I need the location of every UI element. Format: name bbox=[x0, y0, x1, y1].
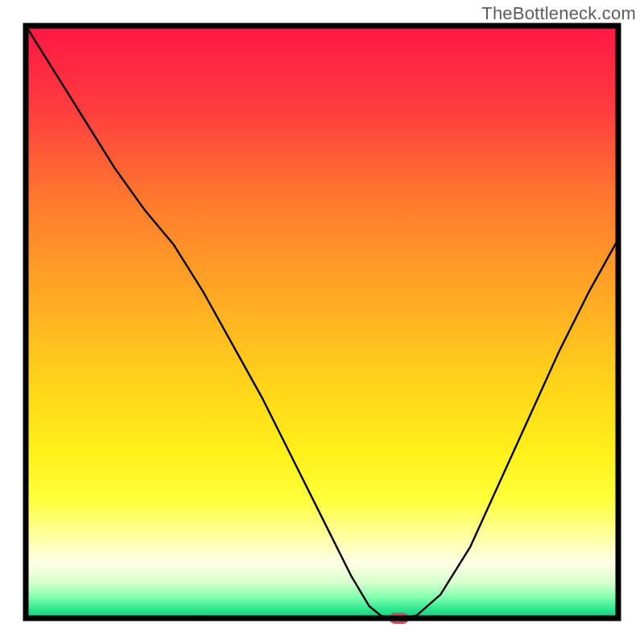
watermark-text: TheBottleneck.com bbox=[481, 3, 636, 24]
bottleneck-chart bbox=[0, 0, 644, 644]
plot-background bbox=[26, 26, 618, 618]
